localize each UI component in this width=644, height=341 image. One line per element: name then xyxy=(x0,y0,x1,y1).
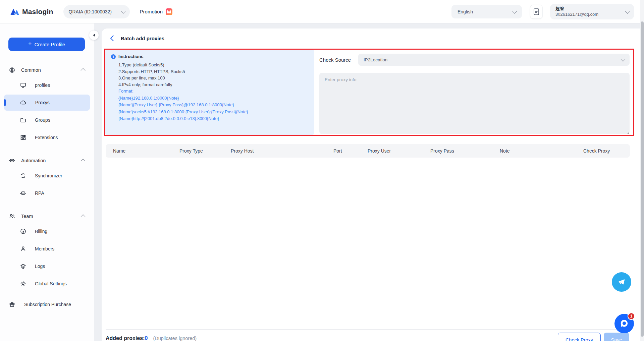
app-logo: Maslogin xyxy=(10,8,53,16)
layers-icon xyxy=(20,263,26,269)
maslogin-logo-icon xyxy=(10,8,19,16)
format-example: {Name}socks5://192.168.0.1:8000:{Proxy U… xyxy=(111,109,308,116)
language-dropdown[interactable]: English xyxy=(451,5,522,18)
docs-button[interactable] xyxy=(530,5,543,19)
added-proxies-count: 0 xyxy=(145,335,148,341)
robot-icon xyxy=(20,190,26,196)
team-selector-dropdown[interactable]: QRAIA (ID:1000032) xyxy=(63,5,130,18)
chat-bubble-icon xyxy=(619,318,630,329)
sidebar-item-profiles[interactable]: profiles xyxy=(4,77,90,93)
main-content-card: Batch add proxies i Instructions 1.Type … xyxy=(102,29,640,341)
sidebar: + Create Profile Common profiles xyxy=(0,23,94,341)
sidebar-item-global-settings[interactable]: Global Settings xyxy=(4,276,90,292)
document-icon xyxy=(533,8,540,15)
column-header-name: Name xyxy=(113,148,179,154)
team-selector-value: QRAIA (ID:1000032) xyxy=(69,9,121,14)
chat-widget-button[interactable]: 1 xyxy=(614,314,634,333)
sidebar-section-automation[interactable]: Automation xyxy=(0,155,94,166)
sidebar-item-members[interactable]: Members xyxy=(4,241,90,257)
batch-input-highlight-region: i Instructions 1.Type (default Socks5) 2… xyxy=(104,49,634,136)
check-source-value: IP2Location xyxy=(364,57,621,62)
sidebar-nav: Common profiles Proxys xyxy=(0,56,94,310)
user-account-dropdown[interactable]: 超管 3026162171@qq.com xyxy=(550,4,634,19)
gift-icon xyxy=(9,301,15,307)
gear-icon xyxy=(20,281,26,287)
instruction-rule: 4.IPv4 only; format carefully xyxy=(111,81,308,88)
format-example: {Name}{Proxy User}:{Proxy Pass}@192.168.… xyxy=(111,102,308,109)
section-label: Team xyxy=(21,214,82,219)
section-label: Common xyxy=(21,67,82,73)
sidebar-item-label: Groups xyxy=(35,117,50,123)
sidebar-section-team[interactable]: Team xyxy=(0,211,94,222)
user-meta: 超管 3026162171@qq.com xyxy=(555,6,625,17)
proxy-table-header: Name Proxy Type Proxy Host Port Proxy Us… xyxy=(106,144,630,158)
robot-icon xyxy=(9,158,15,164)
chevron-down-icon xyxy=(621,57,625,62)
sync-icon xyxy=(20,173,26,179)
column-header-proxy-type: Proxy Type xyxy=(179,148,231,154)
gauge-icon xyxy=(20,228,26,234)
check-source-dropdown[interactable]: IP2Location xyxy=(358,54,630,66)
create-profile-button[interactable]: + Create Profile xyxy=(8,38,85,51)
instructions-panel: i Instructions 1.Type (default Socks5) 2… xyxy=(105,50,314,135)
sidebar-item-subscription-purchase[interactable]: Subscription Purchase xyxy=(0,298,94,310)
column-header-check-proxy: Check Proxy xyxy=(583,148,630,154)
sidebar-item-logs[interactable]: Logs xyxy=(4,258,90,274)
collapse-arrow-icon xyxy=(93,34,95,37)
sidebar-item-rpa[interactable]: RPA xyxy=(4,185,90,201)
sidebar-item-label: Billing xyxy=(35,229,47,234)
proxy-entry-column: Check Source IP2Location xyxy=(314,50,633,135)
page-scrollbar-track[interactable] xyxy=(640,0,644,341)
instruction-rule: 2.Supports HTTP, HTTPS, Socks5 xyxy=(111,68,308,75)
sidebar-item-label: Global Settings xyxy=(35,281,67,286)
promotion-label: Promotion xyxy=(140,9,163,14)
sidebar-item-label: RPA xyxy=(35,190,44,196)
sidebar-collapse-button[interactable] xyxy=(89,31,99,40)
chat-unread-badge: 1 xyxy=(628,312,635,320)
column-header-proxy-user: Proxy User xyxy=(368,148,430,154)
create-profile-label: Create Profile xyxy=(34,42,65,47)
telegram-button[interactable] xyxy=(612,272,631,292)
plus-icon: + xyxy=(28,41,32,47)
added-proxies-status: Added proxies: 0 (Duplicates ignored) xyxy=(106,335,197,341)
duplicates-note: (Duplicates ignored) xyxy=(153,336,197,341)
section-label: Automation xyxy=(21,158,82,163)
info-icon: i xyxy=(111,54,116,59)
save-button[interactable]: Save xyxy=(604,333,629,341)
page-title: Batch add proxies xyxy=(121,36,164,41)
page-header: Batch add proxies xyxy=(108,33,164,43)
sidebar-item-label: Members xyxy=(35,246,54,251)
column-header-proxy-host: Proxy Host xyxy=(231,148,333,154)
sidebar-item-synchronizer[interactable]: Synchronizer xyxy=(4,168,90,184)
brand-name: Maslogin xyxy=(22,8,53,16)
language-value: English xyxy=(458,9,513,14)
top-bar: Maslogin QRAIA (ID:1000032) Promotion En… xyxy=(0,0,644,23)
sidebar-item-extensions[interactable]: Extensions xyxy=(4,129,90,146)
promotion-link[interactable]: Promotion xyxy=(140,8,172,15)
sidebar-item-label: Extensions xyxy=(35,135,58,140)
globe-icon xyxy=(9,67,15,73)
grid-icon xyxy=(20,134,26,140)
sidebar-item-label: Subscription Purchase xyxy=(24,302,71,307)
chevron-down-icon xyxy=(512,9,517,13)
format-example: {Name}http://[2001:db8:2de:0:0:0:0:e13]:… xyxy=(111,115,308,122)
page-scrollbar-thumb[interactable] xyxy=(641,21,644,337)
check-proxy-button[interactable]: Check Proxy xyxy=(558,333,601,341)
person-icon xyxy=(20,246,26,252)
folder-icon xyxy=(20,117,26,123)
back-button[interactable] xyxy=(108,35,115,42)
sidebar-item-label: Logs xyxy=(35,264,45,269)
telegram-plane-icon xyxy=(616,277,627,287)
column-header-port: Port xyxy=(333,148,368,154)
sidebar-item-billing[interactable]: Billing xyxy=(4,223,90,239)
chevron-down-icon xyxy=(121,9,125,13)
sidebar-item-label: profiles xyxy=(35,82,50,88)
user-role: 超管 xyxy=(555,6,625,11)
sidebar-item-groups[interactable]: Groups xyxy=(4,112,90,128)
sidebar-section-common[interactable]: Common xyxy=(0,64,94,76)
format-label: Format: xyxy=(111,88,308,95)
sidebar-item-proxys[interactable]: Proxys xyxy=(4,95,90,111)
red-packet-icon xyxy=(166,8,172,15)
format-example: {Name}192.168.0.1:8000{Note} xyxy=(111,95,308,102)
proxy-info-textarea[interactable] xyxy=(319,73,630,134)
